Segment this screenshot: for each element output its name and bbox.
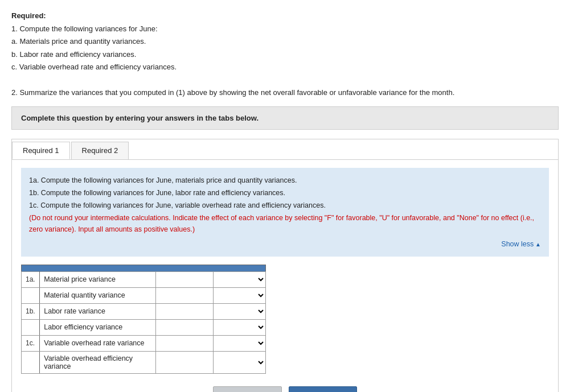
amount-input-2[interactable] xyxy=(156,304,214,319)
effect-select-4[interactable]: FUNone xyxy=(214,336,265,351)
table-row: 1a.Material price varianceFUNone xyxy=(22,271,266,287)
row-section-0: 1a. xyxy=(22,271,40,287)
row-effect-cell-0: FUNone xyxy=(214,271,266,287)
row-section-1 xyxy=(22,287,40,303)
req-line1: 1. Compute the following variances for J… xyxy=(11,23,559,35)
table-row: 1b.Labor rate varianceFUNone xyxy=(22,303,266,319)
table-row: Labor efficiency varianceFUNone xyxy=(22,319,266,335)
tab-required2[interactable]: Required 2 xyxy=(71,142,129,159)
row-label-5: Variable overhead efficiency variance xyxy=(40,351,155,373)
row-section-4: 1c. xyxy=(22,335,40,351)
amount-input-5[interactable] xyxy=(156,352,214,373)
instruction-box: Complete this question by entering your … xyxy=(11,106,559,130)
tabs-container: Required 1 Required 2 1a. Compute the fo… xyxy=(11,139,559,393)
req-line6: 2. Summarize the variances that you comp… xyxy=(11,87,559,98)
tab-required1[interactable]: Required 1 xyxy=(12,142,70,159)
row-section-5 xyxy=(22,351,40,373)
header-spacer4 xyxy=(214,265,266,271)
effect-select-3[interactable]: FUNone xyxy=(214,320,265,335)
amount-input-4[interactable] xyxy=(156,336,214,351)
amount-input-0[interactable] xyxy=(156,272,214,287)
row-effect-cell-4: FUNone xyxy=(214,335,266,351)
table-header-row xyxy=(22,265,266,271)
header-spacer1 xyxy=(22,265,40,271)
table-row: Variable overhead efficiency varianceFUN… xyxy=(22,351,266,373)
effect-select-0[interactable]: FUNone xyxy=(214,272,265,287)
effect-select-1[interactable]: FUNone xyxy=(214,288,265,303)
variance-tbody: 1a.Material price varianceFUNoneMaterial… xyxy=(22,271,266,373)
row-amount-cell-2 xyxy=(155,303,214,319)
row-label-0: Material price variance xyxy=(40,271,155,287)
show-less-row: Show less xyxy=(29,238,541,250)
table-row: 1c.Variable overhead rate varianceFUNone xyxy=(22,335,266,351)
row-amount-cell-4 xyxy=(155,335,214,351)
header-spacer2 xyxy=(40,265,155,271)
info-line2: 1b. Compute the following variances for … xyxy=(29,187,541,199)
row-effect-cell-1: FUNone xyxy=(214,287,266,303)
nav-buttons: < Required 1 Required 2 > xyxy=(21,386,549,393)
req-line5 xyxy=(11,75,559,86)
row-effect-cell-3: FUNone xyxy=(214,319,266,335)
info-line3: 1c. Compute the following variances for … xyxy=(29,200,541,211)
row-amount-cell-3 xyxy=(155,319,214,335)
req-line2: a. Materials price and quantity variance… xyxy=(11,36,559,47)
row-effect-cell-5: FUNone xyxy=(214,351,266,373)
row-amount-cell-5 xyxy=(155,351,214,373)
req-line4: c. Variable overhead rate and efficiency… xyxy=(11,61,559,73)
row-amount-cell-1 xyxy=(155,287,214,303)
row-label-3: Labor efficiency variance xyxy=(40,319,155,335)
required-label: Required: xyxy=(11,10,559,22)
tab-content-required1: 1a. Compute the following variances for … xyxy=(12,160,558,393)
row-label-4: Variable overhead rate variance xyxy=(40,335,155,351)
amount-input-1[interactable] xyxy=(156,288,214,303)
info-line4-red: (Do not round your intermediate calculat… xyxy=(29,212,541,235)
amount-input-3[interactable] xyxy=(156,320,214,335)
row-section-3 xyxy=(22,319,40,335)
row-section-2: 1b. xyxy=(22,303,40,319)
show-less-link[interactable]: Show less xyxy=(501,240,541,248)
table-row: Material quantity varianceFUNone xyxy=(22,287,266,303)
next-button[interactable]: Required 2 > xyxy=(289,386,358,393)
row-effect-cell-2: FUNone xyxy=(214,303,266,319)
variance-table: 1a.Material price varianceFUNoneMaterial… xyxy=(21,265,266,374)
row-label-2: Labor rate variance xyxy=(40,303,155,319)
info-box: 1a. Compute the following variances for … xyxy=(21,168,549,257)
row-amount-cell-0 xyxy=(155,271,214,287)
prev-button[interactable]: < Required 1 xyxy=(213,386,282,393)
tabs-header: Required 1 Required 2 xyxy=(12,139,558,160)
effect-select-2[interactable]: FUNone xyxy=(214,304,265,319)
required-section: Required: 1. Compute the following varia… xyxy=(11,10,559,98)
row-label-1: Material quantity variance xyxy=(40,287,155,303)
header-spacer3 xyxy=(155,265,214,271)
info-line1: 1a. Compute the following variances for … xyxy=(29,175,541,186)
instruction-text: Complete this question by entering your … xyxy=(21,114,259,122)
req-line3: b. Labor rate and efficiency variances. xyxy=(11,49,559,60)
effect-select-5[interactable]: FUNone xyxy=(214,352,265,373)
